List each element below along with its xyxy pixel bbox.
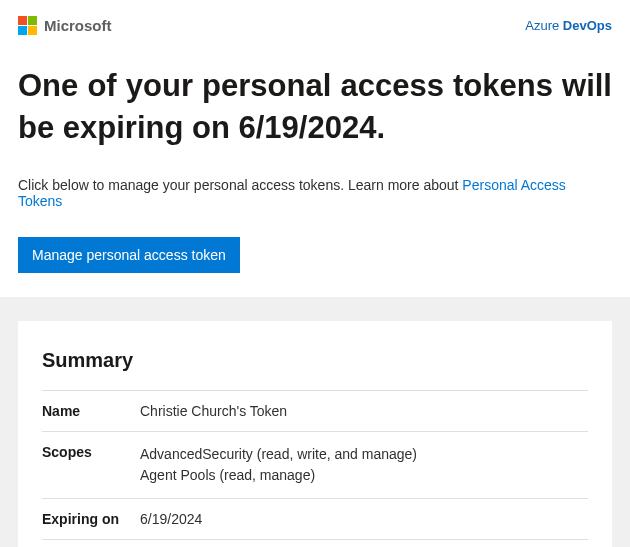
summary-area: Summary Name Christie Church's Token Sco… [0,297,630,547]
subtext-prefix: Click below to manage your personal acce… [18,177,462,193]
summary-value-organization: fabrikamprime [140,539,588,547]
summary-value-scopes: AdvancedSecurity (read, write, and manag… [140,431,588,498]
azure-devops-label: Azure DevOps [525,18,612,33]
summary-value-name: Christie Church's Token [140,390,588,431]
subtext: Click below to manage your personal acce… [18,177,612,209]
microsoft-logo-text: Microsoft [44,17,112,34]
header-row: Microsoft Azure DevOps [18,16,612,35]
summary-row-scopes: Scopes AdvancedSecurity (read, write, an… [42,431,588,498]
manage-token-button[interactable]: Manage personal access token [18,237,240,273]
page-headline: One of your personal access tokens will … [18,65,612,149]
summary-card: Summary Name Christie Church's Token Sco… [18,321,612,547]
summary-row-organization: Organization fabrikamprime [42,539,588,547]
summary-label-expiring: Expiring on [42,498,140,539]
summary-table: Name Christie Church's Token Scopes Adva… [42,390,588,547]
summary-label-organization: Organization [42,539,140,547]
summary-row-name: Name Christie Church's Token [42,390,588,431]
summary-row-expiring: Expiring on 6/19/2024 [42,498,588,539]
summary-label-name: Name [42,390,140,431]
summary-label-scopes: Scopes [42,431,140,498]
main-content: Microsoft Azure DevOps One of your perso… [0,0,630,297]
summary-value-expiring: 6/19/2024 [140,498,588,539]
microsoft-logo-icon [18,16,37,35]
summary-title: Summary [42,349,588,372]
microsoft-logo: Microsoft [18,16,112,35]
